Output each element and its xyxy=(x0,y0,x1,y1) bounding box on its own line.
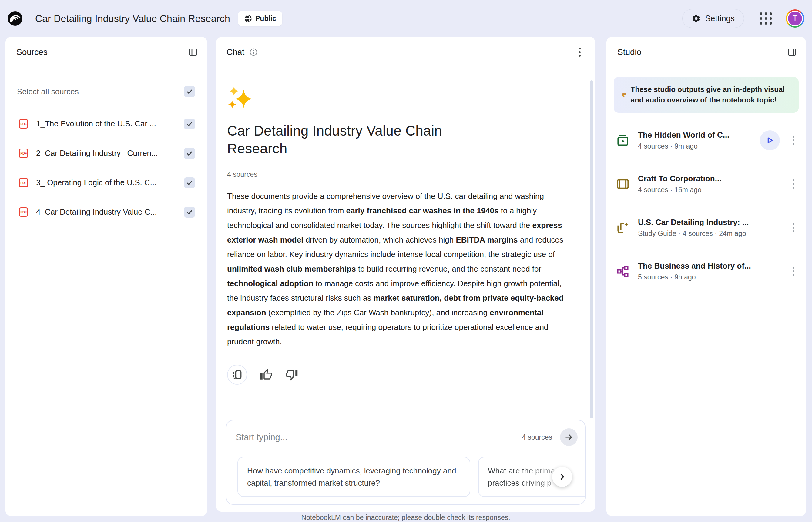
studio-list: The Hidden World of C... 4 sources · 9m … xyxy=(607,122,806,290)
study-guide-icon xyxy=(616,221,630,234)
thumbs-up-icon xyxy=(260,368,273,381)
source-name: 3_ Operating Logic of the U.S. C... xyxy=(36,178,179,187)
studio-item-title: Craft To Corporation... xyxy=(638,174,780,183)
pdf-icon: PDF xyxy=(19,119,28,128)
copy-note-icon xyxy=(232,369,242,380)
studio-item-text: The Business and History of... 5 sources… xyxy=(638,261,780,281)
save-to-note-button[interactable] xyxy=(227,365,247,385)
disclaimer-text: NotebookLM can be inaccurate; please dou… xyxy=(216,514,595,522)
check-icon xyxy=(186,208,193,216)
studio-item-meta: 5 sources · 9h ago xyxy=(638,273,780,281)
pdf-icon: PDF xyxy=(19,148,28,158)
studio-item-menu-icon[interactable] xyxy=(788,133,799,147)
chat-title: Chat xyxy=(226,47,244,57)
studio-item[interactable]: Craft To Corporation... 4 sources · 15m … xyxy=(607,165,806,202)
studio-item[interactable]: U.S. Car Detailing Industry: ... Study G… xyxy=(607,209,806,246)
scroll-suggestions-button[interactable] xyxy=(552,467,572,487)
public-badge-label: Public xyxy=(255,15,276,23)
mind-map-icon xyxy=(616,265,630,278)
source-row[interactable]: PDF 1_The Evolution of the U.S. Car ... xyxy=(5,109,207,139)
studio-title: Studio xyxy=(617,47,641,57)
summary-headline: Car Detailing Industry Value Chain Resea… xyxy=(227,122,500,158)
sources-panel: Sources Select all sources PDF 1_The Evo… xyxy=(5,37,207,516)
source-checkbox[interactable] xyxy=(184,148,195,159)
collapse-studio-panel-icon[interactable] xyxy=(787,47,797,57)
source-row[interactable]: PDF 3_ Operating Logic of the U.S. C... xyxy=(5,168,207,197)
pdf-icon: PDF xyxy=(19,178,28,187)
studio-item[interactable]: The Business and History of... 5 sources… xyxy=(607,253,806,290)
notebook-title[interactable]: Car Detailing Industry Value Chain Resea… xyxy=(35,13,230,24)
source-checkbox[interactable] xyxy=(184,207,195,218)
studio-item-meta: 4 sources · 15m ago xyxy=(638,186,780,194)
google-apps-icon[interactable] xyxy=(760,13,772,24)
thumbs-up-button[interactable] xyxy=(260,368,273,381)
summary-sources-count: 4 sources xyxy=(227,170,571,179)
chat-header: Chat xyxy=(216,37,595,67)
chat-panel: Chat Car Detailing Industry Value Chain … xyxy=(216,37,595,512)
avatar[interactable]: T xyxy=(786,9,804,27)
chat-input-row: 4 sources xyxy=(226,420,585,449)
collapse-sources-panel-icon[interactable] xyxy=(188,47,198,57)
chat-scrollbar[interactable] xyxy=(590,80,593,418)
sources-list: PDF 1_The Evolution of the U.S. Car ... … xyxy=(5,109,207,227)
studio-item-menu-icon[interactable] xyxy=(788,177,799,191)
source-row[interactable]: PDF 2_Car Detailing Industry_ Curren... xyxy=(5,139,207,168)
studio-item-meta: 4 sources · 9m ago xyxy=(638,142,751,150)
globe-icon xyxy=(244,15,252,23)
studio-item-text: The Hidden World of C... 4 sources · 9m … xyxy=(638,130,751,150)
source-name: 4_Car Detailing Industry Value C... xyxy=(36,207,179,217)
source-name: 2_Car Detailing Industry_ Curren... xyxy=(36,148,179,158)
send-arrow-icon xyxy=(564,433,573,442)
source-checkbox[interactable] xyxy=(184,119,195,129)
source-row[interactable]: PDF 4_Car Detailing Industry Value C... xyxy=(5,197,207,227)
send-button[interactable] xyxy=(560,428,578,446)
studio-item-text: Craft To Corporation... 4 sources · 15m … xyxy=(638,174,780,194)
summary-paragraph: These documents provide a comprehensive … xyxy=(227,189,571,349)
settings-button[interactable]: Settings xyxy=(682,9,744,28)
sources-header: Sources xyxy=(5,37,207,67)
play-button[interactable] xyxy=(760,130,780,150)
check-icon xyxy=(186,179,193,186)
select-all-sources: Select all sources xyxy=(5,86,207,97)
source-checkbox[interactable] xyxy=(184,177,195,188)
studio-panel: Studio These studio outputs give an in-d… xyxy=(607,37,806,516)
input-sources-count: 4 sources xyxy=(522,433,552,441)
source-name: 1_The Evolution of the U.S. Car ... xyxy=(36,119,179,128)
settings-label: Settings xyxy=(705,14,735,23)
select-all-checkbox[interactable] xyxy=(184,86,195,97)
suggestion-chip[interactable]: How have competitive dynamics, leveragin… xyxy=(237,457,470,497)
studio-banner-text: These studio outputs give an in-depth vi… xyxy=(631,84,791,105)
chevron-right-icon xyxy=(558,473,567,481)
studio-item-title: U.S. Car Detailing Industry: ... xyxy=(638,218,780,227)
studio-item-title: The Hidden World of C... xyxy=(638,130,751,140)
sources-title: Sources xyxy=(16,47,47,57)
avatar-letter: T xyxy=(788,12,802,25)
pdf-icon: PDF xyxy=(19,207,28,217)
check-icon xyxy=(186,150,193,157)
suggestion-chips: How have competitive dynamics, leveragin… xyxy=(237,457,585,497)
studio-header: Studio xyxy=(607,37,806,67)
chat-summary-card: Car Detailing Industry Value Chain Resea… xyxy=(216,67,595,385)
sparkle-icon xyxy=(227,85,254,113)
check-icon xyxy=(186,88,193,95)
notebooklm-logo-icon[interactable] xyxy=(8,11,22,26)
info-icon[interactable] xyxy=(249,48,258,56)
chat-more-menu-icon[interactable] xyxy=(575,45,585,59)
palette-icon xyxy=(621,91,627,99)
gear-icon xyxy=(692,14,701,23)
studio-item-title: The Business and History of... xyxy=(638,261,780,271)
video-overview-icon xyxy=(616,177,630,191)
studio-item-meta: Study Guide · 4 sources · 24m ago xyxy=(638,229,780,238)
chat-input[interactable] xyxy=(236,432,517,442)
thumbs-down-icon xyxy=(285,368,298,381)
summary-actions xyxy=(227,365,571,385)
public-badge[interactable]: Public xyxy=(238,11,282,26)
chat-input-box: 4 sources How have competitive dynamics,… xyxy=(226,420,586,505)
play-icon xyxy=(765,136,774,145)
thumbs-down-button[interactable] xyxy=(285,368,298,381)
studio-item-menu-icon[interactable] xyxy=(788,264,799,278)
studio-item[interactable]: The Hidden World of C... 4 sources · 9m … xyxy=(607,122,806,159)
top-bar: Car Detailing Industry Value Chain Resea… xyxy=(0,0,812,37)
studio-item-menu-icon[interactable] xyxy=(788,221,799,235)
check-icon xyxy=(186,120,193,128)
